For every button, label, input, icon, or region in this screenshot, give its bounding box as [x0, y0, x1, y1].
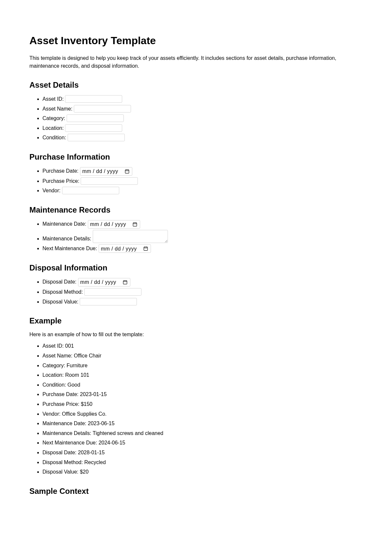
list-item: Disposal Value:	[42, 298, 363, 306]
svg-rect-8	[144, 247, 147, 251]
maintenance-details-input[interactable]	[93, 230, 168, 243]
location-label: Location:	[42, 125, 64, 131]
disposal-date-input[interactable]: mm / dd / yyyy	[78, 278, 130, 286]
list-item: Asset Name: Office Chair	[42, 352, 363, 360]
category-label: Category:	[42, 115, 65, 121]
maintenance-list: Maintenance Date: mm / dd / yyyy Mainten…	[29, 220, 363, 253]
disposal-heading: Disposal Information	[29, 262, 363, 274]
calendar-icon	[123, 280, 127, 285]
disposal-date-label: Disposal Date:	[42, 279, 76, 285]
list-item: Disposal Method:	[42, 288, 363, 296]
vendor-label: Vendor:	[42, 188, 60, 193]
purchase-price-label: Purchase Price:	[42, 178, 79, 184]
disposal-method-label: Disposal Method:	[42, 289, 83, 295]
maintenance-heading: Maintenance Records	[29, 204, 363, 216]
vendor-input[interactable]	[62, 187, 119, 194]
asset-name-input[interactable]	[74, 105, 131, 113]
list-item: Vendor:	[42, 186, 363, 195]
maintenance-details-label: Maintenance Details:	[42, 236, 91, 241]
date-placeholder: mm / dd / yyyy	[82, 167, 118, 176]
disposal-list: Disposal Date: mm / dd / yyyy Disposal M…	[29, 278, 363, 306]
sample-context-heading: Sample Context	[29, 485, 363, 497]
purchase-date-input[interactable]: mm / dd / yyyy	[80, 167, 132, 176]
list-item: Location: Room 101	[42, 371, 363, 379]
example-intro: Here is an example of how to fill out th…	[29, 331, 363, 338]
example-list: Asset ID: 001Asset Name: Office ChairCat…	[29, 342, 363, 476]
intro-paragraph: This template is designed to help you ke…	[29, 54, 363, 70]
disposal-value-input[interactable]	[80, 298, 137, 305]
location-input[interactable]	[65, 124, 122, 132]
purchase-price-input[interactable]	[81, 177, 138, 185]
calendar-icon	[125, 169, 129, 174]
list-item: Disposal Value: $20	[42, 468, 363, 476]
list-item: Disposal Date: mm / dd / yyyy	[42, 278, 363, 286]
list-item: Next Maintenance Due: mm / dd / yyyy	[42, 244, 363, 253]
list-item: Maintenance Details:	[42, 230, 363, 243]
svg-rect-0	[125, 170, 129, 173]
list-item: Condition:	[42, 133, 363, 142]
list-item: Disposal Date: 2028-01-15	[42, 448, 363, 457]
condition-label: Condition:	[42, 135, 66, 140]
list-item: Condition: Good	[42, 381, 363, 389]
category-input[interactable]	[67, 114, 124, 122]
list-item: Category: Furniture	[42, 361, 363, 370]
list-item: Maintenance Date: mm / dd / yyyy	[42, 220, 363, 229]
asset-details-list: Asset ID: Asset Name: Category: Location…	[29, 95, 363, 142]
date-placeholder: mm / dd / yyyy	[101, 245, 137, 253]
list-item: Asset Name:	[42, 105, 363, 113]
list-item: Maintenance Date: 2023-06-15	[42, 419, 363, 428]
list-item: Purchase Date: 2023-01-15	[42, 390, 363, 399]
list-item: Category:	[42, 114, 363, 123]
list-item: Purchase Price:	[42, 177, 363, 185]
list-item: Next Maintenance Due: 2024-06-15	[42, 439, 363, 447]
svg-rect-12	[123, 281, 127, 284]
asset-name-label: Asset Name:	[42, 106, 73, 112]
list-item: Asset ID: 001	[42, 342, 363, 350]
date-placeholder: mm / dd / yyyy	[90, 220, 126, 229]
maintenance-date-label: Maintenance Date:	[42, 221, 86, 227]
disposal-method-input[interactable]	[84, 288, 141, 296]
list-item: Location:	[42, 124, 363, 132]
list-item: Maintenance Details: Tightened screws an…	[42, 429, 363, 438]
calendar-icon	[133, 222, 137, 227]
asset-id-input[interactable]	[65, 95, 122, 103]
next-maintenance-input[interactable]: mm / dd / yyyy	[99, 244, 151, 253]
svg-rect-4	[133, 223, 137, 226]
list-item: Asset ID:	[42, 95, 363, 103]
condition-input[interactable]	[68, 134, 125, 141]
disposal-value-label: Disposal Value:	[42, 299, 78, 304]
list-item: Purchase Price: $150	[42, 400, 363, 408]
page-title: Asset Inventory Template	[29, 33, 363, 48]
next-maintenance-label: Next Maintenance Due:	[42, 246, 97, 251]
list-item: Vendor: Office Supplies Co.	[42, 410, 363, 418]
example-heading: Example	[29, 315, 363, 327]
date-placeholder: mm / dd / yyyy	[80, 278, 116, 286]
asset-id-label: Asset ID:	[42, 96, 64, 102]
purchase-info-heading: Purchase Information	[29, 151, 363, 163]
list-item: Disposal Method: Recycled	[42, 458, 363, 467]
calendar-icon	[143, 246, 148, 251]
purchase-info-list: Purchase Date: mm / dd / yyyy Purchase P…	[29, 167, 363, 195]
list-item: Purchase Date: mm / dd / yyyy	[42, 167, 363, 176]
purchase-date-label: Purchase Date:	[42, 168, 78, 174]
asset-details-heading: Asset Details	[29, 79, 363, 91]
maintenance-date-input[interactable]: mm / dd / yyyy	[88, 220, 140, 229]
